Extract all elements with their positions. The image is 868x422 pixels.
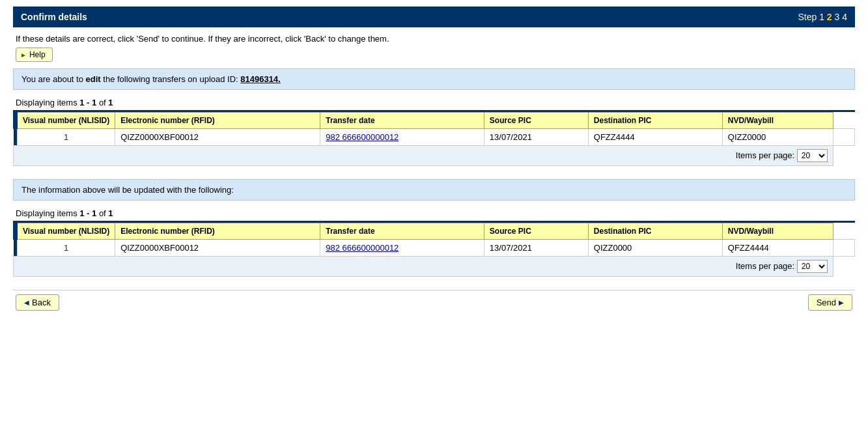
send-arrow-icon: ▶	[839, 299, 844, 306]
table-row: 1 QIZZ0000XBF00012 982 666600000012 13/0…	[14, 129, 855, 146]
disp-range-1: 1 - 1	[79, 98, 96, 107]
disp-total-2: 1	[108, 208, 113, 218]
info-box-2-text: The information above will be updated wi…	[21, 185, 234, 195]
cell-transfer-2: 13/07/2021	[484, 240, 588, 257]
col-header-source-2: Source PIC	[484, 223, 588, 240]
data-table-1: Visual number (NLISID) Electronic number…	[13, 112, 855, 166]
step-2: 2	[827, 12, 832, 22]
upload-id: 81496314.	[240, 74, 280, 84]
items-per-page-label-2: Items per page:	[736, 261, 794, 271]
displaying-label-2: Displaying items 1 - 1 of 1	[16, 208, 852, 218]
info-box-edit: You are about to edit the following tran…	[13, 68, 855, 90]
instruction-content: If these details are correct, click 'Sen…	[16, 34, 389, 44]
cell-nvd-1	[833, 129, 854, 146]
cell-transfer-1: 13/07/2021	[484, 129, 588, 146]
send-button[interactable]: Send ▶	[808, 294, 852, 311]
items-per-page-label-1: Items per page:	[736, 150, 794, 160]
help-button-label: Help	[29, 50, 46, 59]
table-container-2: Visual number (NLISID) Electronic number…	[13, 221, 855, 277]
items-per-page-select-2[interactable]: 20 50 100	[797, 260, 828, 273]
disp-range-2: 1 - 1	[79, 208, 96, 218]
instruction-text: If these details are correct, click 'Sen…	[13, 27, 855, 48]
info-action: edit	[86, 74, 101, 84]
cell-dest-2: QFZZ4444	[722, 240, 833, 257]
spacer-1	[13, 169, 855, 179]
cell-dest-1: QIZZ0000	[722, 129, 833, 146]
back-button[interactable]: ◀ Back	[16, 294, 59, 311]
disp-total-1: 1	[108, 98, 113, 107]
col-header-nvd-2: NVD/Waybill	[722, 223, 833, 240]
col-header-nvd-1: NVD/Waybill	[722, 113, 833, 129]
action-bar: ◀ Back Send ▶	[13, 290, 855, 315]
data-table-2: Visual number (NLISID) Electronic number…	[13, 223, 855, 277]
col-header-transfer-1: Transfer date	[320, 113, 484, 129]
cell-electronic-2[interactable]: 982 666600000012	[320, 240, 484, 257]
cell-source-1: QFZZ4444	[588, 129, 722, 146]
disp-suffix-2: of	[96, 208, 108, 218]
col-header-visual-2: Visual number (NLISID)	[18, 223, 115, 240]
col-header-electronic-2: Electronic number (RFID)	[115, 223, 320, 240]
col-header-dest-1: Destination PIC	[588, 113, 722, 129]
items-per-page-select-1[interactable]: 20 50 100	[797, 149, 828, 162]
displaying-label-1: Displaying items 1 - 1 of 1	[16, 98, 852, 107]
step-1: 1	[819, 12, 827, 22]
back-arrow-icon: ◀	[24, 299, 29, 306]
disp-prefix-1: Displaying items	[16, 98, 79, 107]
col-header-visual-1: Visual number (NLISID)	[18, 113, 115, 129]
items-per-page-cell-2: Items per page: 20 50 100	[14, 257, 833, 277]
page-wrapper: Confirm details Step 1 2 3 4 If these de…	[0, 0, 868, 328]
step-label-text: Step	[798, 12, 817, 22]
disp-suffix-1: of	[96, 98, 108, 107]
info-box-update: The information above will be updated wi…	[13, 179, 855, 201]
items-per-page-row-2: Items per page: 20 50 100	[14, 257, 855, 277]
help-arrow-icon: ►	[20, 51, 27, 59]
send-button-label: Send	[817, 298, 836, 307]
cell-source-2: QIZZ0000	[588, 240, 722, 257]
row-num-2: 1	[18, 240, 115, 257]
header-bar: Confirm details Step 1 2 3 4	[13, 7, 855, 27]
disp-prefix-2: Displaying items	[16, 208, 79, 218]
step-4: 4	[842, 12, 847, 22]
cell-visual-2: QIZZ0000XBF00012	[115, 240, 320, 257]
col-header-source-1: Source PIC	[484, 113, 588, 129]
step-indicator: Step 1 2 3 4	[798, 12, 847, 22]
col-header-electronic-1: Electronic number (RFID)	[115, 113, 320, 129]
cell-electronic-1[interactable]: 982 666600000012	[320, 129, 484, 146]
col-header-transfer-2: Transfer date	[320, 223, 484, 240]
help-button[interactable]: ► Help	[16, 48, 53, 62]
table-container-1: Visual number (NLISID) Electronic number…	[13, 110, 855, 166]
items-per-page-row-1: Items per page: 20 50 100	[14, 146, 855, 166]
items-per-page-cell-1: Items per page: 20 50 100	[14, 146, 833, 166]
info-prefix: You are about to	[21, 74, 86, 84]
back-button-label: Back	[32, 298, 51, 307]
row-num-1: 1	[18, 129, 115, 146]
step-3: 3	[835, 12, 843, 22]
cell-nvd-2	[833, 240, 854, 257]
info-middle: the following transfers on upload ID:	[101, 74, 241, 84]
col-header-dest-2: Destination PIC	[588, 223, 722, 240]
header-title: Confirm details	[21, 12, 87, 22]
table-row: 1 QIZZ0000XBF00012 982 666600000012 13/0…	[14, 240, 855, 257]
cell-visual-1: QIZZ0000XBF00012	[115, 129, 320, 146]
